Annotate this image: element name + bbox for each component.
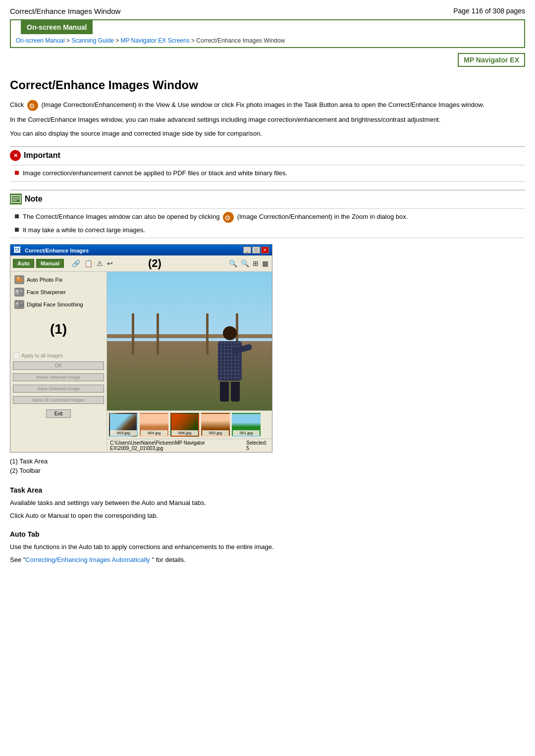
zoom-in-icon[interactable]: 🔍 xyxy=(240,259,250,268)
breadcrumb: On-screen Manual > Scanning Guide > MP N… xyxy=(11,34,524,47)
breadcrumb-mp-navigator-screens[interactable]: MP Navigator EX Screens xyxy=(121,37,190,44)
note-header: Note xyxy=(10,194,525,204)
mp-navigator-badge: MP Navigator EX xyxy=(458,53,525,67)
thumbnail-2-label: 004.jpg xyxy=(141,430,167,436)
window-main-body: Auto Photo Fix Face Sharpener xyxy=(10,272,272,452)
svg-point-8 xyxy=(16,290,18,292)
auto-tab-body-1: Use the functions in the Auto tab to app… xyxy=(10,542,525,552)
toolbar-icon-1[interactable]: 🔗 xyxy=(71,259,81,268)
ok-button[interactable]: OK xyxy=(13,361,104,370)
thumbnail-1[interactable]: 003.jpg xyxy=(109,413,138,437)
status-selected: Selected: 5 xyxy=(246,440,269,451)
save-all-button[interactable]: Save All Corrected Images xyxy=(13,396,104,404)
digital-face-smoothing-label: Digital Face Smoothing xyxy=(27,302,83,307)
window-title: 🖼 Correct/Enhance Images xyxy=(13,246,89,254)
task-area-section: Task Area Available tasks and settings v… xyxy=(10,486,525,520)
note-section: Note The Correct/Enhance Images window c… xyxy=(10,190,525,239)
note-bullet-1 xyxy=(15,214,19,218)
note-icon xyxy=(10,194,22,204)
caption-2: (2) Toolbar xyxy=(10,467,525,474)
auto-tab-body-2: See "Correcting/Enhancing Images Automat… xyxy=(10,555,525,565)
post-2 xyxy=(157,313,159,355)
important-icon xyxy=(10,150,21,161)
note-item-1: The Correct/Enhance Images window can al… xyxy=(10,212,525,223)
save-selected-button[interactable]: Save Selected Image xyxy=(13,385,104,393)
face-sharpener-label: Face Sharpener xyxy=(27,289,66,295)
important-section: Important Image correction/enhancement c… xyxy=(10,146,525,182)
svg-point-10 xyxy=(20,290,22,292)
image-panel: 003.jpg 004.jpg 006.jpg 002.jpg xyxy=(107,272,272,452)
close-button[interactable]: ✕ xyxy=(261,247,269,253)
thumbnail-3[interactable]: 006.jpg xyxy=(170,413,199,437)
thumbnail-4[interactable]: 002.jpg xyxy=(201,413,230,437)
correction-icon-2 xyxy=(223,212,234,223)
task-area-heading: Task Area xyxy=(10,486,525,494)
bullet-icon xyxy=(15,171,19,175)
window-toolbar: Auto Manual 🔗 📋 ⚠ ↩ (2) 🔍 🔍 ⊞ ▦ xyxy=(10,255,272,272)
note-item-2: It may take a while to correct large ima… xyxy=(10,225,525,235)
reset-selected-button[interactable]: Reset Selected Image xyxy=(13,373,104,381)
apply-all-checkbox-row: Apply to all images xyxy=(13,353,104,359)
toolbar-icon-4[interactable]: ↩ xyxy=(106,259,114,268)
apply-all-label: Apply to all images xyxy=(21,353,63,358)
face-sharpener-icon xyxy=(14,288,24,297)
task-panel: Auto Photo Fix Face Sharpener xyxy=(10,272,107,452)
toolbar-right-icons: 🔍 🔍 ⊞ ▦ xyxy=(228,259,269,268)
fit-icon[interactable]: ⊞ xyxy=(252,259,260,268)
window-statusbar: C:\Users\UserName\Pictures\MP Navigator … xyxy=(107,439,272,452)
toolbar-icon-3[interactable]: ⚠ xyxy=(96,259,104,268)
task-area-body-2: Click Auto or Manual to open the corresp… xyxy=(10,511,525,521)
auto-tab-button[interactable]: Auto xyxy=(13,259,34,268)
page-main-title: Correct/Enhance Images Window xyxy=(10,78,525,92)
onscreen-manual-banner: On-screen Manual On-screen Manual > Scan… xyxy=(10,19,525,48)
manual-tab-button[interactable]: Manual xyxy=(36,259,64,268)
apply-all-checkbox[interactable] xyxy=(13,353,19,359)
main-photo xyxy=(107,272,272,410)
person-silhouette xyxy=(215,326,245,401)
minimize-button[interactable]: _ xyxy=(243,247,251,253)
page-header-title: Correct/Enhance Images Window xyxy=(10,7,120,15)
view-icon[interactable]: ▦ xyxy=(261,259,269,268)
svg-point-14 xyxy=(20,302,22,304)
main-content: Correct/Enhance Images Window Click (Ima… xyxy=(0,69,535,577)
thumbnail-5-label: 001.jpg xyxy=(233,430,260,436)
screenshot-window: 🖼 Correct/Enhance Images _ □ ✕ Auto Manu… xyxy=(10,244,272,453)
note-bullet-2 xyxy=(15,228,19,232)
auto-tab-heading: Auto Tab xyxy=(10,530,525,538)
status-path: C:\Users\UserName\Pictures\MP Navigator … xyxy=(110,440,246,451)
window-controls: _ □ ✕ xyxy=(243,247,269,253)
thumbnail-3-label: 006.jpg xyxy=(171,430,198,436)
banner-label: On-screen Manual xyxy=(21,20,93,34)
toolbar-icons: 🔗 📋 ⚠ ↩ xyxy=(71,259,114,268)
breadcrumb-onscreen-manual[interactable]: On-screen Manual xyxy=(16,37,65,44)
intro-paragraph-2: In the Correct/Enhance Images window, yo… xyxy=(10,115,525,125)
page-header: Correct/Enhance Images Window Page 116 o… xyxy=(0,0,535,19)
task-item-face-sharpener: Face Sharpener xyxy=(13,287,104,298)
thumbnail-4-label: 002.jpg xyxy=(202,430,229,436)
maximize-button[interactable]: □ xyxy=(252,247,260,253)
task-area-body-1: Available tasks and settings vary betwee… xyxy=(10,498,525,508)
toolbar-icon-2[interactable]: 📋 xyxy=(83,259,94,268)
auto-photo-fix-icon xyxy=(14,275,24,284)
thumbnails-row: 003.jpg 004.jpg 006.jpg 002.jpg xyxy=(107,410,272,439)
page-number: Page 116 of 308 pages xyxy=(453,7,525,15)
correction-icon-1 xyxy=(27,100,38,111)
digital-face-smoothing-icon xyxy=(14,300,24,309)
thumbnail-5[interactable]: 001.jpg xyxy=(232,413,261,437)
correcting-enhancing-link[interactable]: Correcting/Enhancing Images Automaticall… xyxy=(25,556,150,563)
thumbnail-2[interactable]: 004.jpg xyxy=(140,413,168,437)
post-1 xyxy=(132,313,134,355)
svg-point-6 xyxy=(19,278,23,282)
intro-paragraph-3: You can also display the source image an… xyxy=(10,129,525,139)
breadcrumb-scanning-guide[interactable]: Scanning Guide xyxy=(71,37,113,44)
task-area-number: (1) xyxy=(13,321,104,337)
exit-button[interactable]: Exit xyxy=(46,409,71,418)
svg-point-5 xyxy=(17,277,19,279)
auto-photo-fix-label: Auto Photo Fix xyxy=(27,277,62,283)
thumbnail-1-label: 003.jpg xyxy=(110,430,137,436)
post-3 xyxy=(206,313,209,355)
important-header: Important xyxy=(10,150,525,161)
task-item-auto-photo-fix: Auto Photo Fix xyxy=(13,274,104,285)
toolbar-number: (2) xyxy=(148,257,161,270)
zoom-out-icon[interactable]: 🔍 xyxy=(228,259,238,268)
